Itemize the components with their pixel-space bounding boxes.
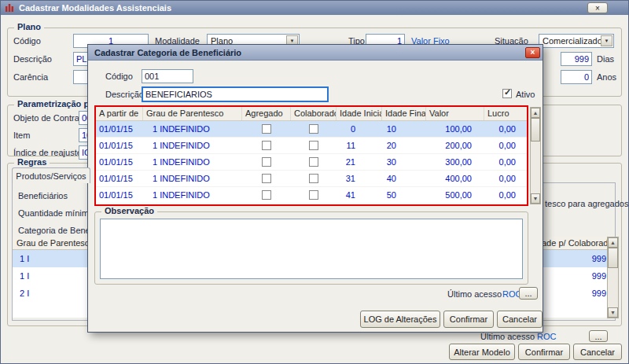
col-header-colaborador[interactable]: Colaborador [291,107,337,120]
log-alteracoes-button[interactable]: LOG de Alterações [360,311,440,328]
scrollbar-thumb[interactable] [531,118,540,142]
table-row[interactable]: 01/01/15 1 INDEFINIDO 31 40 400,00 0,00 [96,171,527,187]
colaborador-checkbox[interactable] [309,157,318,167]
close-icon: × [531,48,535,57]
indice-reajuste-label: Índice de reajuste [13,148,82,157]
col-header-valor[interactable]: Valor [426,107,484,120]
col-header-grau-parentesco[interactable]: Grau de Parentesco [17,238,94,248]
table-row[interactable]: 01/01/15 1 INDEFINIDO 11 20 200,00 0,00 [96,138,527,154]
scroll-up-icon[interactable]: ▲ [531,108,540,118]
codigo-label: Código [13,36,41,46]
app-icon [5,3,14,13]
beneficiary-category-grid: A partir de Grau de Parentesco Agregado … [96,107,527,204]
scroll-down-icon[interactable]: ▼ [531,193,540,204]
ultimo-acesso-user: ROC [537,332,556,341]
anos-label: Anos [597,72,616,82]
agregado-checkbox[interactable] [262,190,271,200]
dialog-close-button[interactable]: × [525,47,540,58]
dialog-title: Cadastrar Categoria de Beneficiário [94,48,241,57]
col-header-idade-inicial[interactable]: Idade Inicial [337,107,382,120]
colaborador-checkbox[interactable] [309,174,318,183]
ativo-checkbox[interactable]: ✓ [502,89,512,98]
ultimo-acesso-label: Último acesso [480,332,535,341]
close-box-icon: × [595,4,600,13]
agregado-checkbox[interactable] [262,174,271,183]
dialog-codigo-label: Código [105,72,133,81]
colaborador-checkbox[interactable] [309,141,318,150]
dialog-codigo-input[interactable] [142,69,193,83]
colaborador-checkbox[interactable] [309,190,318,200]
agregado-checkbox[interactable] [262,157,271,167]
ellipsis-icon: ... [524,289,532,298]
descricao-label: Descrição [13,54,52,64]
col-header-idade-final[interactable]: Idade Final [382,107,426,120]
grid-header-row: A partir de Grau de Parentesco Agregado … [96,107,527,121]
dialog-descricao-label: Descrição [105,90,144,99]
agregado-checkbox[interactable] [262,141,271,150]
ultimo-acesso-browse-button[interactable]: ... [589,330,608,342]
beneficiarios-label: Beneficiários [18,191,68,200]
ativo-label: Ativo [516,90,535,99]
col-header-agregado[interactable]: Agregado [242,107,291,120]
quantidade-minima-label: Quantidade mínima [18,208,94,218]
cancelar-button[interactable]: Cancelar [573,344,622,360]
dialog-grid-scrollbar[interactable]: ▲ ▼ [530,107,541,204]
col-header-grau-parentesco[interactable]: Grau de Parentesco [143,107,242,120]
main-window-title: Cadastrar Modalidades Assistenciais [19,3,171,13]
parentesco-agregados-label: tesco para agregados [545,199,628,208]
dias-input[interactable] [561,52,592,66]
observacao-textarea[interactable] [100,219,523,279]
anos-input[interactable] [561,70,592,84]
observacao-legend: Observação [101,206,157,215]
regras-legend: Regras [14,157,50,167]
dialog-ultimo-acesso-label: Último acesso [447,289,502,299]
situacao-select[interactable]: Comercializado ▼ [539,34,614,48]
confirmar-button[interactable]: Confirmar [518,344,570,360]
item-label: Item [13,131,30,140]
dialog-titlebar: Cadastrar Categoria de Beneficiário [88,45,543,61]
dias-label: Dias [597,54,614,64]
table-row[interactable]: 01/01/15 1 INDEFINIDO 0 10 100,00 0,00 [96,121,527,138]
dialog-confirmar-button[interactable]: Confirmar [443,311,494,328]
scrollbar-thumb[interactable] [608,248,618,268]
scroll-up-icon[interactable]: ▲ [608,237,618,248]
carencia-label: Carência [13,72,48,82]
colaborador-checkbox[interactable] [309,124,318,134]
col-header-lucro[interactable]: Lucro [484,107,527,120]
tab-produtos-servicos[interactable]: Produtos/Serviços [12,167,90,183]
dialog-ultimo-acesso-browse-button[interactable]: ... [519,287,538,300]
ellipsis-icon: ... [594,332,601,341]
categoria-beneficiario-dialog: Cadastrar Categoria de Beneficiário × Có… [87,44,543,333]
agregado-checkbox[interactable] [262,124,271,134]
main-titlebar: Cadastrar Modalidades Assistenciais [1,1,628,15]
objeto-contrato-label: Objeto de Contrato [13,113,86,123]
check-icon: ✓ [504,87,511,97]
dialog-cancelar-button[interactable]: Cancelar [497,311,543,328]
col-header-idade-colaborador[interactable]: ade p/ Colaborador [542,238,616,248]
chevron-down-icon[interactable]: ▼ [601,35,612,46]
col-header-a-partir-de[interactable]: A partir de [96,107,143,120]
alterar-modelo-button[interactable]: Alterar Modelo [449,344,515,360]
plano-legend: Plano [14,22,44,31]
table-row[interactable]: 01/01/15 1 INDEFINIDO 41 50 500,00 0,00 [96,187,527,204]
main-window: Cadastrar Modalidades Assistenciais × Pl… [0,0,629,364]
scroll-down-icon[interactable]: ▼ [608,307,618,318]
main-grid-scrollbar[interactable]: ▲ ▼ [607,237,619,318]
dialog-descricao-input[interactable] [142,86,329,102]
table-row[interactable]: 01/01/15 1 INDEFINIDO 21 30 300,00 0,00 [96,154,527,171]
window-box-button[interactable]: × [587,2,608,13]
